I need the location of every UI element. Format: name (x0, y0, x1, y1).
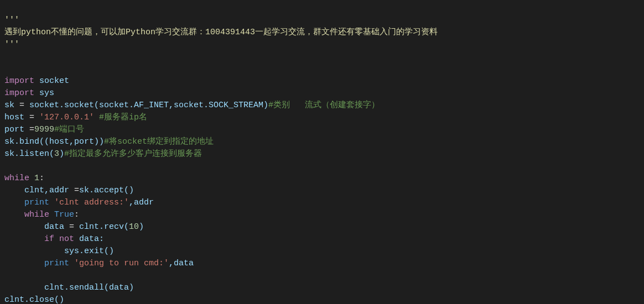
indent (4, 259, 44, 268)
colon: : (39, 174, 44, 183)
var-host: host (4, 113, 29, 122)
kw-import: import (4, 88, 34, 98)
var-data: data: (74, 234, 104, 244)
string-literal: 'going to run cmd:' (74, 259, 169, 268)
kw-import: import (4, 76, 34, 86)
op-assign: = (29, 113, 34, 122)
indent (4, 234, 44, 244)
docstring-text: 遇到python不懂的问题，可以加Python学习交流群：1004391443一… (4, 28, 438, 37)
kw-while: while (4, 174, 29, 183)
kw-while: while (24, 210, 49, 219)
comment: #指定最多允许多少客户连接到服务器 (64, 149, 202, 159)
call-listen-pre: sk.listen( (4, 149, 54, 159)
space (29, 174, 34, 183)
call-socket: socket.socket(socket.AF_INET,socket.SOCK… (24, 101, 268, 110)
space (94, 113, 99, 122)
space (34, 113, 39, 122)
call-sendall: clnt.sendall(data) (44, 283, 134, 292)
kw-if: if (44, 234, 54, 244)
indent (4, 283, 44, 292)
kw-not: not (59, 234, 74, 244)
string-literal: '127.0.0.1' (39, 113, 94, 122)
indent (4, 247, 64, 256)
op-assign: = (19, 101, 24, 110)
var-sk: sk (4, 101, 19, 110)
kw-print: print (44, 259, 69, 268)
comment: #将socket绑定到指定的地址 (104, 137, 214, 146)
var-addr: ,addr (129, 198, 154, 207)
code-editor[interactable]: ''' 遇到python不懂的问题，可以加Python学习交流群：1004391… (4, 2, 640, 304)
number-literal: 1 (34, 174, 39, 183)
comment: #服务器ip名 (99, 113, 147, 122)
var-port: port (4, 125, 29, 134)
indent (4, 222, 44, 232)
call-bind: sk.bind((host,port)) (4, 137, 104, 146)
indent (4, 186, 24, 195)
number-literal: 9999 (34, 125, 54, 134)
mod-socket: socket (34, 76, 69, 86)
var-data: data (44, 222, 69, 232)
docstring-open: ''' (4, 15, 19, 25)
op-assign: = (29, 125, 34, 134)
docstring-close: ''' (4, 40, 19, 49)
op-assign: = (69, 222, 74, 232)
space (49, 210, 54, 219)
space (54, 234, 59, 244)
number-literal: 10 (129, 222, 139, 232)
space (49, 198, 54, 207)
op-assign: = (74, 186, 79, 195)
indent (4, 210, 24, 219)
colon: : (74, 210, 79, 219)
string-literal: 'clnt address:' (54, 198, 129, 207)
paren-close: ) (139, 222, 144, 232)
call-recv: clnt.recv( (74, 222, 129, 232)
number-literal: 3 (54, 149, 59, 159)
call-exit: sys.exit() (64, 247, 114, 256)
var-data: ,data (169, 259, 194, 268)
const-true: True (54, 210, 74, 219)
comment: #类别 流式（创建套接字） (268, 101, 380, 110)
indent (4, 198, 24, 207)
call-accept: sk.accept() (79, 186, 134, 195)
paren-close: ) (59, 149, 64, 159)
comment: #端口号 (54, 125, 84, 134)
call-close: clnt.close() (4, 295, 64, 304)
mod-sys: sys (34, 88, 54, 98)
kw-print: print (24, 198, 49, 207)
var-clnt-addr: clnt,addr (24, 186, 74, 195)
space (69, 259, 74, 268)
